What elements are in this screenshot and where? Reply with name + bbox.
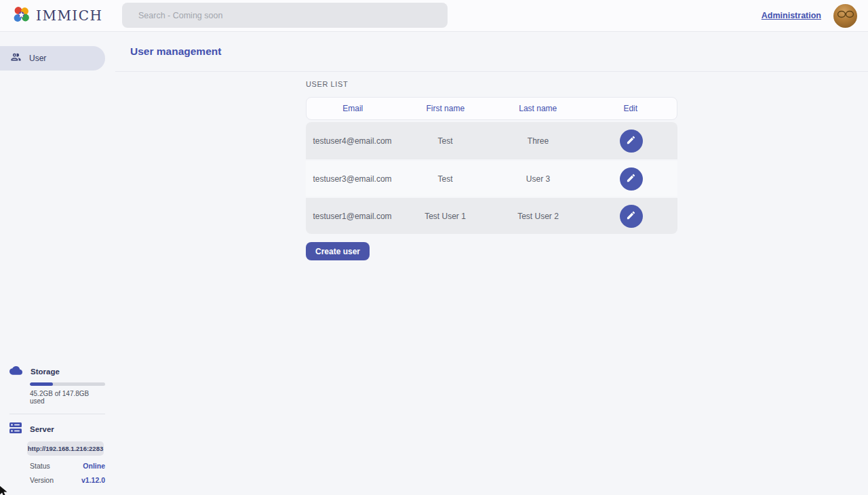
edit-user-button[interactable] [620, 205, 643, 228]
table-row: testuser4@email.com Test Three [306, 122, 677, 159]
table-row: testuser1@email.com Test User 1 Test Use… [306, 197, 677, 234]
column-header-last-name: Last name [492, 104, 585, 113]
users-icon [10, 52, 22, 66]
main-content: User management USER LIST Email First na… [115, 32, 868, 495]
cell-last-name: Test User 2 [492, 212, 585, 221]
create-user-button[interactable]: Create user [306, 242, 370, 260]
page-title: User management [130, 45, 221, 58]
table-header-row: Email First name Last name Edit [306, 97, 677, 120]
cell-last-name: User 3 [492, 174, 585, 184]
immich-flower-icon [12, 5, 31, 26]
cell-email: testuser3@email.com [306, 174, 399, 184]
search-input[interactable] [122, 3, 448, 28]
table-row: testuser3@email.com Test User 3 [306, 159, 677, 197]
cell-email: testuser1@email.com [306, 212, 399, 221]
server-version-label: Version [30, 476, 54, 484]
column-header-edit: Edit [585, 104, 677, 113]
column-header-first-name: First name [399, 104, 492, 113]
cell-last-name: Three [492, 136, 585, 146]
immich-logo[interactable]: IMMICH [12, 5, 103, 26]
user-list-section-title: USER LIST [306, 80, 677, 88]
cloud-icon [9, 365, 22, 378]
server-icon [9, 422, 22, 436]
column-header-email: Email [307, 104, 399, 113]
pencil-icon [626, 210, 636, 222]
sidebar: User Storage 45.2GB of 147.8GB used [0, 32, 115, 495]
storage-title: Storage [31, 368, 60, 376]
user-avatar[interactable] [833, 4, 857, 28]
sidebar-item-user[interactable]: User [0, 46, 105, 71]
server-status-value: Online [83, 462, 105, 470]
sidebar-divider [9, 414, 105, 414]
brand-wordmark: IMMICH [36, 7, 103, 24]
server-url: http://192.168.1.216:2283 [28, 445, 103, 452]
cell-email: testuser4@email.com [306, 136, 399, 146]
page-header: User management [115, 32, 868, 72]
top-navbar: IMMICH Administration [0, 0, 868, 32]
server-url-pill: http://192.168.1.216:2283 [27, 441, 104, 456]
server-title: Server [30, 425, 54, 433]
sidebar-item-user-label: User [29, 54, 46, 63]
pencil-icon [626, 173, 636, 185]
server-version-value: v1.12.0 [81, 476, 105, 484]
cell-first-name: Test User 1 [399, 212, 492, 221]
edit-user-button[interactable] [620, 167, 643, 191]
server-status-label: Status [30, 462, 50, 470]
avatar-glasses-detail [836, 10, 855, 18]
pencil-icon [626, 135, 636, 147]
storage-usage-text: 45.2GB of 147.8GB used [30, 390, 105, 405]
storage-progress-fill [30, 382, 53, 386]
edit-user-button[interactable] [620, 130, 643, 153]
storage-progress-bar [30, 382, 105, 386]
user-table-body: testuser4@email.com Test Three testuser3… [306, 122, 677, 234]
mouse-cursor [0, 484, 9, 495]
administration-link[interactable]: Administration [762, 11, 821, 20]
cell-first-name: Test [399, 136, 492, 146]
sidebar-footer: Storage 45.2GB of 147.8GB used Server ht… [0, 365, 115, 495]
cell-first-name: Test [399, 174, 492, 184]
